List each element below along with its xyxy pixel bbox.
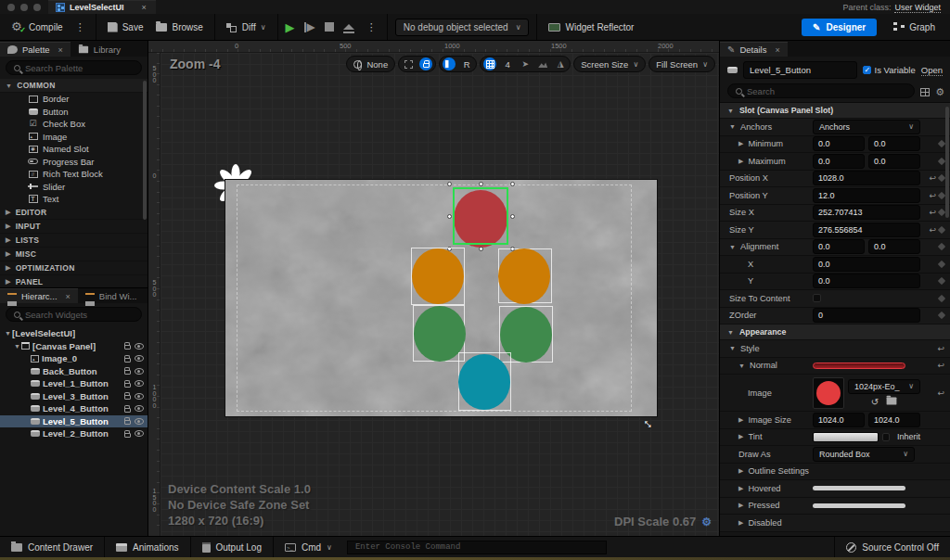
revert-icon[interactable]: ↩ (929, 173, 936, 183)
lock-icon[interactable] (124, 383, 131, 388)
tab-palette[interactable]: Palette× (0, 42, 71, 57)
close-details-tab-icon[interactable]: × (775, 45, 779, 55)
resize-handle[interactable] (510, 182, 515, 186)
bind-icon[interactable] (938, 192, 945, 199)
palette-category-common[interactable]: ▼COMMON (0, 79, 148, 93)
designer-mode-button[interactable]: ✎Designer (802, 19, 877, 36)
image-size-y-field[interactable]: 1024.0 (868, 413, 920, 427)
palette-item-named-slot[interactable]: ✱Named Slot (0, 143, 148, 156)
resize-handle[interactable] (447, 214, 452, 219)
expander-icon[interactable]: ▶ (738, 416, 743, 424)
back-button[interactable] (458, 354, 510, 410)
debug-object-dropdown[interactable]: No debug object selected∨ (395, 19, 530, 36)
minimize-window-icon[interactable] (20, 4, 28, 11)
palette-item-rich-text-block[interactable]: //Rich Text Block (0, 168, 148, 181)
bind-icon[interactable] (938, 226, 945, 234)
size-y-field[interactable]: 276.556854 (813, 223, 920, 237)
animations-button[interactable]: Animations (105, 537, 190, 557)
palette-category-misc[interactable]: ▶MISC (0, 248, 148, 261)
hierarchy-item-levelselectui[interactable]: ▼[LevelSelectUI] (0, 327, 148, 340)
console-command-input[interactable] (355, 542, 598, 552)
details-settings-gear-icon[interactable]: ⚙ (935, 86, 944, 98)
tint-color-swatch[interactable] (813, 432, 879, 442)
slot-section-header[interactable]: ▼Slot (Canvas Panel Slot) (720, 103, 950, 119)
align-x-field[interactable]: 0.0 (813, 257, 920, 272)
flip-preview-button[interactable]: ◮ (554, 57, 567, 70)
revert-icon[interactable]: ↩ (929, 208, 936, 217)
palette-category-lists[interactable]: ▶LISTS (0, 234, 148, 248)
hierarchy-item-level_3_button[interactable]: Level_3_Button (0, 390, 148, 403)
use-selected-asset-icon[interactable]: ↺ (871, 397, 879, 407)
align-y-field[interactable]: 0.0 (813, 274, 920, 288)
palette-item-button[interactable]: Button (0, 106, 148, 119)
visibility-eye-icon[interactable] (135, 405, 144, 412)
expander-icon[interactable]: ▶ (738, 140, 743, 147)
appearance-section-header[interactable]: ▼Appearance (720, 325, 950, 340)
expander-icon[interactable]: ▶ (738, 433, 743, 440)
hierarchy-item-canvas-panel[interactable]: ▼[Canvas Panel] (0, 340, 148, 353)
lock-widgets-toggle[interactable] (419, 57, 432, 70)
bind-icon[interactable] (938, 277, 945, 285)
close-palette-tab-icon[interactable]: × (58, 45, 63, 55)
palette-item-check-box[interactable]: ☑Check Box (0, 118, 148, 131)
revert-icon[interactable]: ↩ (937, 361, 944, 370)
bind-icon[interactable] (938, 295, 945, 302)
alignment-x-field[interactable]: 0.0 (813, 239, 865, 254)
is-variable-checkbox[interactable]: Is Variable (863, 65, 916, 75)
expander-icon[interactable]: ▼ (738, 363, 745, 369)
hierarchy-search[interactable] (6, 307, 142, 322)
lock-icon[interactable] (124, 408, 131, 413)
asset-tab[interactable]: LevelSelectUI × (48, 0, 156, 14)
expander-icon[interactable]: ▶ (738, 158, 743, 165)
checkbox-checked-icon[interactable] (863, 66, 871, 74)
preview-background-button[interactable] (536, 57, 549, 70)
hierarchy-search-input[interactable] (25, 310, 134, 320)
image-asset-dropdown[interactable]: 1024px-Eo_∨ (848, 379, 920, 394)
expander-icon[interactable]: ▼ (729, 123, 736, 130)
position-x-field[interactable]: 1028.0 (813, 171, 920, 185)
widget-reflector-button[interactable]: Widget Reflector (545, 19, 637, 35)
revert-icon[interactable]: ↩ (937, 388, 944, 398)
browse-button[interactable]: Browse (152, 19, 206, 35)
lock-icon[interactable] (124, 358, 131, 363)
graph-mode-button[interactable]: Graph (890, 19, 939, 35)
play-options-icon[interactable]: ⋮ (364, 21, 379, 33)
palette-category-optimization[interactable]: ▶OPTIMIZATION (0, 261, 148, 275)
resize-handle[interactable] (479, 247, 483, 251)
grid-snap-toggle[interactable] (483, 57, 496, 70)
size-to-content-checkbox[interactable] (813, 294, 821, 302)
r-toggle[interactable]: R (460, 57, 473, 70)
open-link[interactable]: Open (921, 65, 943, 76)
image-asset-thumbnail[interactable] (813, 377, 844, 409)
expander-icon[interactable]: ▶ (738, 519, 743, 527)
expander-icon[interactable]: ▼ (729, 345, 736, 351)
anchor-max-x-field[interactable]: 0.0 (813, 154, 865, 169)
resize-handle[interactable] (510, 214, 515, 219)
lock-icon[interactable] (124, 433, 131, 438)
visibility-eye-icon[interactable] (135, 343, 144, 350)
image-size-x-field[interactable]: 1024.0 (813, 413, 865, 427)
level-1-button[interactable] (412, 248, 464, 304)
revert-icon[interactable]: ↩ (929, 191, 936, 200)
lock-icon[interactable] (124, 370, 131, 375)
visibility-eye-icon[interactable] (135, 355, 144, 362)
anchors-dropdown[interactable]: Anchors∨ (813, 120, 920, 134)
pressed-style-preview[interactable] (813, 503, 905, 508)
anchor-min-x-field[interactable]: 0.0 (813, 136, 865, 151)
palette-item-border[interactable]: Border (0, 93, 148, 106)
respect-locks-toggle[interactable] (443, 57, 456, 70)
visibility-eye-icon[interactable] (135, 393, 144, 400)
expander-icon[interactable]: ▶ (738, 502, 743, 509)
save-button[interactable]: Save (104, 19, 148, 35)
cmd-dropdown[interactable]: >_Cmd∨ (274, 537, 343, 557)
palette-item-progress-bar[interactable]: Progress Bar (0, 156, 148, 169)
zorder-field[interactable]: 0 (813, 308, 920, 323)
widget-name-field[interactable]: Level_5_Button (743, 61, 857, 79)
content-drawer-button[interactable]: Content Drawer (0, 537, 105, 557)
hierarchy-item-back_button[interactable]: Back_Button (0, 365, 148, 378)
revert-icon[interactable]: ↩ (937, 344, 944, 353)
bind-icon[interactable] (938, 140, 945, 147)
palette-search[interactable] (6, 60, 142, 75)
position-y-field[interactable]: 12.0 (813, 188, 920, 203)
step-button[interactable]: ▶ (304, 22, 315, 32)
